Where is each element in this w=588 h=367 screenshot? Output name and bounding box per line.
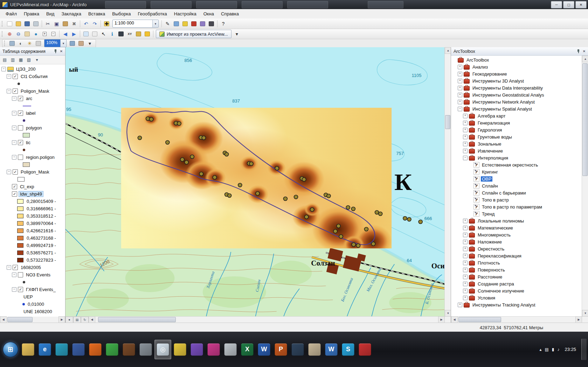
scroll-thumb[interactable] (7, 317, 33, 322)
scroll-thumb[interactable] (582, 63, 588, 176)
taskbar-skype[interactable]: S (340, 340, 356, 359)
expand-expander-icon[interactable]: + (463, 261, 468, 265)
toolbox-item-гидрология[interactable]: +Гидрология (451, 126, 582, 133)
toolbox-item-математические[interactable]: +Математические (451, 224, 582, 231)
expand-expander-icon[interactable]: + (463, 233, 468, 237)
open-map-icon[interactable] (14, 20, 22, 28)
taskbar-word[interactable]: W (256, 340, 272, 359)
expand-expander-icon[interactable]: + (458, 86, 462, 90)
toolbox-item-грунтовые-воды[interactable]: +Грунтовые воды (451, 133, 582, 140)
toolbox-item-окрестность[interactable]: +Окрестность (451, 245, 582, 252)
layer-visibility-checkbox[interactable]: ✓ (13, 74, 18, 79)
toc-item-label[interactable]: −✓label (0, 110, 65, 117)
attribute-table-icon[interactable] (172, 20, 180, 28)
taskbar-document-viewer[interactable] (70, 340, 87, 359)
expand-expander-icon[interactable]: + (463, 121, 468, 125)
editor-toolbar-icon[interactable]: ✎ (164, 20, 172, 28)
select-elements-icon[interactable]: ↖ (99, 30, 108, 38)
collapse-expander-icon[interactable]: − (1, 67, 6, 71)
toolbox-item-сплайн-с-барьерами[interactable]: Сплайн с барьерами (451, 189, 582, 196)
expand-expander-icon[interactable]: + (463, 149, 468, 153)
scroll-left-icon[interactable] (0, 316, 7, 323)
clear-selection-icon[interactable] (91, 30, 99, 38)
layer-visibility-checkbox[interactable] (18, 125, 23, 130)
toolbox-item-топо-в-растр-по-параметрам[interactable]: Топо в растр по параметрам (451, 203, 582, 210)
toolbox-item-извлечение[interactable]: +Извлечение (451, 147, 582, 154)
toc-item-0-426621616[interactable]: 0,426621616 - (0, 227, 65, 234)
import-arcview-button[interactable]: Импорт из проекта ArcView... (156, 30, 231, 38)
scroll-left-icon[interactable] (89, 316, 95, 323)
fixed-zoom-out-icon[interactable]: − (49, 30, 57, 38)
undo-icon[interactable]: ↶ (82, 20, 90, 28)
taskbar-messenger[interactable] (189, 340, 205, 359)
layer-visibility-checkbox[interactable]: ✓ (13, 169, 18, 175)
toolbox-item-сплайн[interactable]: Сплайн (451, 182, 582, 189)
select-features-icon[interactable] (82, 30, 90, 38)
scroll-track[interactable] (582, 62, 588, 310)
collapse-expander-icon[interactable]: − (12, 155, 16, 160)
zoom-out-icon[interactable]: ⊖ (14, 30, 22, 38)
scroll-up-icon[interactable] (445, 47, 451, 54)
expand-expander-icon[interactable]: + (463, 296, 468, 300)
menu-вид[interactable]: Вид (43, 10, 58, 18)
maximize-button[interactable] (563, 1, 574, 8)
scroll-right-icon[interactable] (58, 316, 65, 323)
action-center-icon[interactable]: ▤ (545, 347, 549, 352)
toolbox-item-многомерность[interactable]: +Многомерность (451, 231, 582, 238)
full-extent-icon[interactable]: ● (32, 30, 40, 38)
minimize-button[interactable] (551, 1, 562, 8)
taskbar-clock[interactable]: 23:25 (562, 347, 578, 352)
toc-item-0-463273168[interactable]: 0,463273168 - (0, 234, 65, 242)
toc-item-poligon-mask[interactable]: −✓Poligon_Mask (0, 87, 65, 95)
expand-expander-icon[interactable]: + (463, 240, 468, 244)
add-data-icon[interactable]: ✚ (103, 20, 111, 28)
taskbar-windows-explorer[interactable] (20, 340, 36, 359)
go-to-xy-icon[interactable]: XY (126, 30, 134, 38)
toc-item-0-499924719[interactable]: 0,499924719 - (0, 242, 65, 249)
layer-visibility-checkbox[interactable] (18, 155, 23, 160)
toolbar-options-icon[interactable]: ▾ (233, 30, 241, 38)
toolbar-grip[interactable] (4, 41, 7, 46)
toolbox-item-естественная-окрестность[interactable]: Естественная окрестность (451, 161, 582, 168)
show-desktop-button[interactable] (581, 339, 587, 360)
collapse-expander-icon[interactable]: − (7, 74, 11, 79)
toc-item-0-280015409[interactable]: 0,280015409 - (0, 198, 65, 205)
layer-visibility-checkbox[interactable]: ✓ (13, 89, 18, 94)
effects-options-icon[interactable]: ▾ (86, 40, 94, 47)
collapse-expander-icon[interactable]: − (463, 156, 468, 160)
scroll-thumb[interactable] (458, 317, 501, 322)
toc-item-line[interactable] (0, 102, 65, 110)
scroll-track[interactable] (445, 54, 451, 310)
toolbar-grip[interactable] (2, 31, 4, 37)
save-icon[interactable] (23, 20, 31, 28)
menu-правка[interactable]: Правка (20, 10, 43, 18)
expand-expander-icon[interactable]: + (463, 289, 468, 293)
collapse-expander-icon[interactable]: − (7, 170, 11, 174)
toc-item-rect[interactable] (0, 161, 65, 168)
scroll-up-icon[interactable] (582, 56, 588, 62)
menu-справка[interactable]: Справка (217, 10, 242, 18)
layer-visibility-checkbox[interactable] (18, 272, 23, 277)
taskbar-firefox[interactable] (87, 340, 103, 359)
scroll-track[interactable] (95, 317, 438, 323)
menu-окна[interactable]: Окна (200, 10, 217, 18)
list-by-drawing-order-icon[interactable]: ▤ (1, 56, 8, 64)
collapse-expander-icon[interactable]: − (12, 96, 16, 101)
zoom-percent-combo[interactable]: 100%▾ (44, 39, 67, 47)
expand-expander-icon[interactable]: + (463, 282, 468, 286)
taskbar-arcmap[interactable]: ◎ (154, 340, 171, 359)
expand-expander-icon[interactable]: + (458, 65, 462, 69)
toc-item-0-573227823[interactable]: 0,573227823 - (0, 256, 65, 264)
toolbox-item-локальные-полиномы[interactable]: +Локальные полиномы (451, 217, 582, 224)
scroll-down-icon[interactable] (582, 310, 588, 317)
toc-item-dot[interactable] (0, 146, 65, 154)
layer-visibility-checkbox[interactable]: ✓ (12, 191, 17, 197)
layer-visibility-checkbox[interactable]: ✓ (18, 111, 23, 116)
help-icon[interactable]: ? (219, 20, 227, 28)
toolbox-item-топо-в-растр[interactable]: Топо в растр (451, 196, 582, 203)
flicker-icon[interactable] (77, 40, 85, 47)
taskbar-notepad[interactable] (222, 340, 238, 359)
toc-item-гхфп-events[interactable]: −✓ГХФП Events_ (0, 286, 65, 293)
toolbox-item-алгебра-карт[interactable]: +Алгебра карт (451, 112, 582, 119)
find-icon[interactable] (117, 30, 125, 38)
